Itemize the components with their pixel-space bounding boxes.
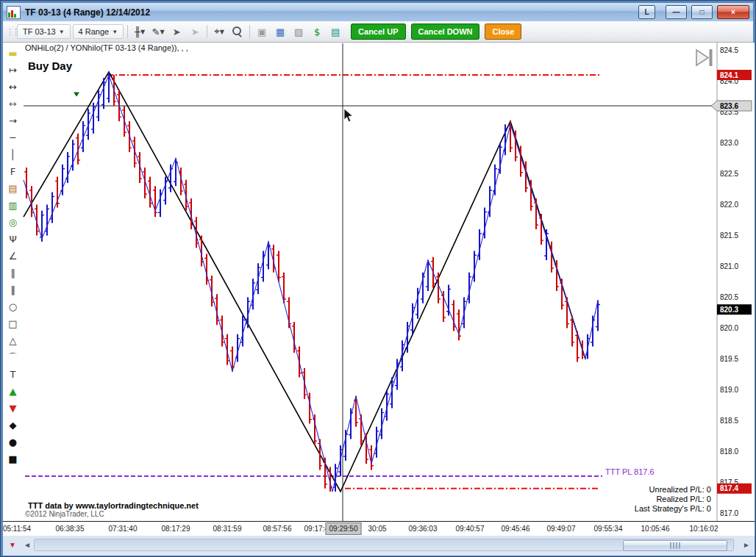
window-title: TF 03-13 (4 Range) 12/14/2012: [25, 7, 634, 18]
cancel-down-button[interactable]: Cancel DOWN: [411, 24, 480, 40]
tool-horizontal-line[interactable]: ─: [4, 129, 21, 146]
bottom-scrollbar: ▼ ◄ ►: [3, 536, 755, 556]
tool-target[interactable]: ◎: [4, 214, 21, 231]
instrument-dropdown[interactable]: TF 03-13 ▼: [17, 24, 71, 39]
chevron-down-icon: ▼: [220, 29, 224, 35]
price-tick-label: 822.5: [720, 170, 738, 178]
price-badge-label: 824.1: [720, 71, 738, 79]
tool-fib-levels[interactable]: ▤: [4, 180, 21, 197]
pointer-icon[interactable]: ➤: [187, 24, 203, 39]
price-tick-label: 821.0: [720, 262, 738, 270]
mouse-cursor: [344, 109, 352, 122]
link-button[interactable]: L: [638, 5, 655, 19]
interval-dropdown[interactable]: 4 Range ▼: [73, 24, 124, 39]
chart-image-icon[interactable]: ▨: [290, 24, 307, 39]
tool-triangle[interactable]: △: [4, 332, 21, 349]
tool-channel[interactable]: ∥: [4, 265, 21, 281]
time-tick-label: 09:40:57: [456, 525, 485, 533]
scrollbar-track[interactable]: [34, 539, 734, 551]
chevron-down-icon: ▼: [59, 29, 65, 35]
price-tick-label: 818.0: [720, 448, 738, 456]
time-tick-label: 08:31:59: [213, 525, 242, 533]
crosshair-time-badge: 09:29:50: [326, 522, 362, 535]
bar-type-icon[interactable]: ╫▼: [132, 24, 148, 39]
zigzag-trend-line: [24, 72, 585, 492]
scroll-right-arrow[interactable]: ►: [743, 541, 750, 549]
scroll-left-arrow[interactable]: ◄: [24, 541, 31, 549]
cancel-up-button[interactable]: Cancel UP: [351, 24, 405, 40]
price-tick-label: 821.5: [720, 231, 738, 240]
tool-regression[interactable]: ∥: [4, 281, 21, 298]
tool-extended-line[interactable]: ↔: [4, 79, 21, 96]
chevron-down-icon: ▼: [112, 29, 118, 35]
drawing-tools-sidebar: ▬↦↔↔→─│F▤▥◎Ψ∠∥∥○□△⌒T▲▼◆●■: [3, 43, 23, 521]
time-tick-label: 08:57:56: [263, 525, 292, 533]
toolbar-separator: [249, 25, 250, 38]
log-icon[interactable]: ▤: [327, 24, 343, 39]
close-window-button[interactable]: ×: [717, 5, 749, 19]
scrollbar-grip-icon: [670, 542, 680, 549]
time-tick-label: 07:31:40: [109, 525, 138, 533]
interval-dropdown-label: 4 Range: [79, 27, 110, 36]
price-tick-label: 824.5: [720, 46, 738, 54]
time-tick-label: 09:45:46: [502, 525, 530, 533]
app-icon: [7, 6, 21, 19]
time-axis: 09:29:50 05:11:5406:38:3507:31:4008:17:2…: [3, 521, 755, 536]
tool-dot[interactable]: ●: [4, 434, 21, 450]
price-tick-label: 820.5: [720, 293, 738, 301]
tool-square[interactable]: ■: [4, 450, 21, 467]
swing-line: [24, 75, 598, 492]
draw-icon[interactable]: ✎▼: [150, 24, 166, 39]
cursor-plus-icon[interactable]: ➤: [168, 24, 185, 39]
scrollbar-thumb[interactable]: [623, 540, 727, 551]
tool-diamond[interactable]: ◆: [4, 417, 21, 434]
maximize-button[interactable]: □: [691, 5, 713, 19]
time-tick-label: 10:16:02: [690, 525, 718, 533]
chart-window: TF 03-13 (4 Range) 12/14/2012 L — □ × ⋮⋮…: [0, 0, 756, 557]
tool-rectangle[interactable]: □: [4, 315, 21, 332]
time-tick-label: 09:55:34: [594, 525, 623, 533]
tool-trend-angle[interactable]: ∠: [4, 248, 21, 265]
dollar-icon[interactable]: $: [309, 24, 325, 39]
snapshot-icon[interactable]: ▣: [254, 24, 270, 39]
time-tick-label: 10:05:46: [641, 525, 670, 533]
close-position-button[interactable]: Close: [485, 24, 521, 40]
toolbar-grip-icon[interactable]: ⋮⋮: [6, 27, 15, 37]
tool-arrow[interactable]: →: [4, 112, 21, 129]
price-tick-label: 822.0: [720, 201, 738, 209]
tool-text[interactable]: T: [4, 366, 21, 383]
entry-marker-icon: [74, 92, 79, 96]
tool-arrow-up[interactable]: ▲: [4, 383, 21, 400]
tools-overflow-icon[interactable]: ▼: [9, 541, 16, 549]
price-tick-label: 819.5: [720, 355, 738, 363]
tool-ray[interactable]: ↔: [4, 96, 21, 112]
tool-marker-yellow[interactable]: ▬: [4, 45, 21, 62]
instrument-dropdown-label: TF 03-13: [23, 27, 56, 36]
price-badge-label: 820.3: [720, 306, 738, 314]
chart-canvas[interactable]: TTT PL 817.6824.5824.0823.5823.0822.5822…: [1, 43, 756, 521]
market-analyzer-icon[interactable]: ▦: [272, 24, 288, 39]
target-line-label: TTT PL 817.6: [605, 467, 655, 476]
time-tick-label: 30:05: [368, 525, 386, 533]
price-tick-label: 818.5: [720, 417, 738, 425]
toolbar-separator: [207, 25, 207, 38]
tool-fibonacci[interactable]: F: [4, 163, 21, 180]
price-tick-label: 819.0: [720, 386, 738, 394]
price-tick-label: 823.0: [720, 139, 738, 147]
minimize-button[interactable]: —: [666, 5, 687, 19]
crosshair-icon[interactable]: ⌖▼: [211, 24, 227, 39]
tool-volume-profile[interactable]: ▥: [4, 197, 21, 214]
tool-vertical-line[interactable]: │: [4, 146, 21, 163]
tool-ellipse[interactable]: ○: [4, 298, 21, 315]
tool-arrow-down[interactable]: ▼: [4, 400, 21, 417]
price-tick-label: 820.0: [720, 324, 738, 332]
time-tick-label: 05:11:54: [3, 525, 31, 533]
price-tick-label: 817.0: [720, 509, 738, 517]
toolbar-separator: [127, 25, 128, 38]
zoom-icon[interactable]: [229, 24, 246, 39]
tool-arrow-line[interactable]: ↦: [4, 62, 21, 79]
chevron-down-icon: ▼: [160, 29, 164, 35]
title-bar[interactable]: TF 03-13 (4 Range) 12/14/2012 L — □ ×: [3, 3, 753, 21]
tool-pitchfork[interactable]: Ψ: [4, 231, 21, 248]
tool-arc[interactable]: ⌒: [4, 349, 21, 366]
